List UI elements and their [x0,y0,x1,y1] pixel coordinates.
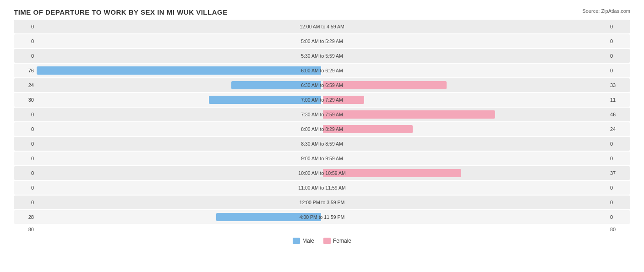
female-value: 0 [607,185,630,190]
female-value: 0 [607,53,630,59]
female-value: 0 [607,68,630,73]
row-label: 5:30 AM to 5:59 AM [301,53,343,59]
female-value: 0 [607,200,630,205]
male-value: 30 [14,97,37,103]
table-row: 08:30 AM to 8:59 AM0 [14,137,630,151]
bars-center: 4:00 PM to 11:59 PM [37,210,607,224]
bars-center: 7:30 AM to 7:59 AM [37,108,607,121]
table-row: 09:00 AM to 9:59 AM0 [14,152,630,165]
row-label: 4:00 PM to 11:59 PM [300,214,345,220]
male-value: 0 [14,200,37,205]
female-value: 0 [607,38,630,44]
male-side [37,49,322,63]
male-value: 0 [14,112,37,117]
bars-center: 10:00 AM to 10:59 AM [37,166,607,180]
female-side [322,78,607,92]
table-row: 766:00 AM to 6:29 AM0 [14,64,630,77]
bars-center: 8:30 AM to 8:59 AM [37,137,607,151]
male-side [37,122,322,136]
table-row: 011:00 AM to 11:59 AM0 [14,181,630,195]
female-value: 0 [607,24,630,29]
female-value: 11 [607,97,630,103]
axis-left-label: 80 [14,227,37,232]
table-row: 010:00 AM to 10:59 AM37 [14,166,630,180]
male-side [37,137,322,151]
male-value: 0 [14,170,37,176]
legend-male-box [293,238,300,244]
male-side [37,34,322,48]
legend-male-label: Male [302,238,314,244]
male-side [37,93,322,107]
chart-area: 012:00 AM to 4:59 AM005:00 AM to 5:29 AM… [14,20,630,224]
male-value: 0 [14,38,37,44]
table-row: 08:00 AM to 8:29 AM24 [14,122,630,136]
row-label: 12:00 PM to 3:59 PM [300,200,345,205]
male-value: 24 [14,82,37,88]
row-label: 8:00 AM to 8:29 AM [301,126,343,132]
male-value: 0 [14,185,37,190]
female-side [322,64,607,77]
bars-center: 9:00 AM to 9:59 AM [37,152,607,165]
bar-male [37,66,321,75]
male-side [37,78,322,92]
chart-container: TIME OF DEPARTURE TO WORK BY SEX IN MI W… [0,0,644,272]
table-row: 07:30 AM to 7:59 AM46 [14,108,630,121]
legend: Male Female [14,238,630,244]
male-value: 28 [14,214,37,220]
table-row: 012:00 PM to 3:59 PM0 [14,196,630,209]
row-label: 11:00 AM to 11:59 AM [298,185,345,190]
chart-title: TIME OF DEPARTURE TO WORK BY SEX IN MI W… [14,8,630,16]
female-value: 0 [607,214,630,220]
male-side [37,64,322,77]
bars-center: 7:00 AM to 7:29 AM [37,93,607,107]
bars-center: 5:00 AM to 5:29 AM [37,34,607,48]
male-side [37,152,322,165]
row-label: 12:00 AM to 4:59 AM [300,24,344,29]
bars-center: 8:00 AM to 8:29 AM [37,122,607,136]
male-side [37,108,322,121]
table-row: 284:00 PM to 11:59 PM0 [14,210,630,224]
female-side [322,20,607,33]
female-value: 0 [607,156,630,161]
table-row: 05:30 AM to 5:59 AM0 [14,49,630,63]
male-value: 0 [14,156,37,161]
male-value: 0 [14,141,37,147]
male-value: 0 [14,126,37,132]
axis-row: 80 80 [14,225,630,234]
bar-female [323,110,495,119]
legend-female-label: Female [333,238,351,244]
row-label: 6:00 AM to 6:29 AM [301,68,343,73]
bars-center: 12:00 AM to 4:59 AM [37,20,607,33]
bars-center: 12:00 PM to 3:59 PM [37,196,607,209]
legend-female: Female [323,238,351,244]
female-value: 24 [607,126,630,132]
female-side [322,196,607,209]
legend-male: Male [293,238,314,244]
female-side [322,93,607,107]
female-value: 46 [607,112,630,117]
female-side [322,166,607,180]
male-side [37,210,322,224]
male-side [37,196,322,209]
male-value: 0 [14,24,37,29]
bars-center: 11:00 AM to 11:59 AM [37,181,607,195]
row-label: 10:00 AM to 10:59 AM [298,170,345,176]
female-value: 37 [607,170,630,176]
table-row: 307:00 AM to 7:29 AM11 [14,93,630,107]
row-label: 5:00 AM to 5:29 AM [301,38,343,44]
row-label: 9:00 AM to 9:59 AM [301,156,343,161]
row-label: 6:30 AM to 6:59 AM [301,82,343,88]
table-row: 05:00 AM to 5:29 AM0 [14,34,630,48]
male-value: 0 [14,53,37,59]
bars-center: 6:30 AM to 6:59 AM [37,78,607,92]
table-row: 012:00 AM to 4:59 AM0 [14,20,630,33]
female-side [322,137,607,151]
row-label: 7:30 AM to 7:59 AM [301,112,343,117]
female-side [322,181,607,195]
female-side [322,122,607,136]
male-side [37,20,322,33]
female-side [322,108,607,121]
table-row: 246:30 AM to 6:59 AM33 [14,78,630,92]
male-side [37,166,322,180]
female-side [322,210,607,224]
